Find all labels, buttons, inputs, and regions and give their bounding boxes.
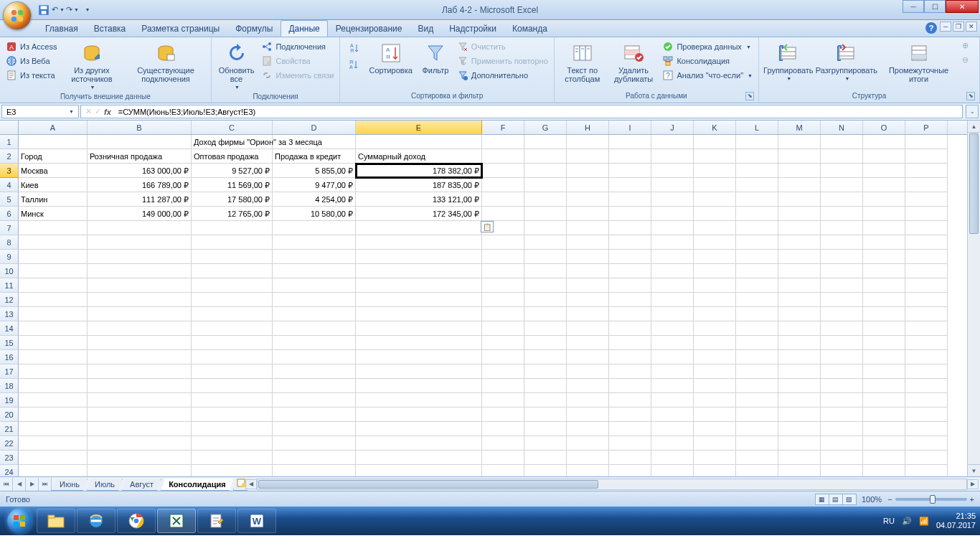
row-header[interactable]: 2 (0, 149, 19, 164)
cell[interactable] (736, 135, 778, 149)
cell[interactable] (905, 235, 948, 250)
taskbar-excel-icon[interactable] (157, 509, 196, 533)
cell[interactable] (736, 178, 778, 192)
cell[interactable] (863, 408, 905, 422)
cell[interactable] (273, 465, 356, 476)
cell[interactable] (651, 307, 694, 321)
cell[interactable] (694, 408, 736, 422)
cell[interactable] (778, 278, 821, 293)
cell[interactable] (736, 422, 778, 436)
cell[interactable] (863, 178, 905, 192)
cell[interactable] (651, 364, 694, 379)
from-other-sources-button[interactable]: Из других источников▼ (61, 40, 122, 91)
page-layout-view-button[interactable]: ▤ (829, 494, 843, 505)
cell[interactable]: 187 835,00 ₽ (356, 178, 482, 192)
cell[interactable] (778, 364, 821, 379)
cell[interactable] (821, 379, 863, 393)
cell[interactable] (482, 149, 524, 164)
cell[interactable] (524, 451, 567, 465)
cell[interactable] (821, 321, 863, 336)
cell[interactable] (88, 250, 192, 264)
row-header[interactable]: 8 (0, 235, 19, 250)
cell[interactable] (694, 350, 736, 364)
cell[interactable] (651, 149, 694, 164)
cell[interactable] (19, 264, 88, 278)
cell[interactable] (821, 436, 863, 451)
cell[interactable] (356, 336, 482, 350)
cell[interactable] (905, 178, 948, 192)
cell[interactable] (736, 336, 778, 350)
cell[interactable] (567, 408, 609, 422)
cell[interactable]: 111 287,00 ₽ (88, 192, 192, 207)
cell[interactable] (651, 436, 694, 451)
cell[interactable] (778, 293, 821, 307)
cell[interactable] (88, 293, 192, 307)
cell[interactable] (19, 235, 88, 250)
cell[interactable] (905, 408, 948, 422)
cell[interactable] (905, 436, 948, 451)
cell[interactable] (778, 465, 821, 476)
cell[interactable] (19, 336, 88, 350)
cell[interactable] (356, 422, 482, 436)
cell[interactable] (609, 393, 651, 408)
cell[interactable] (88, 436, 192, 451)
cell[interactable] (905, 350, 948, 364)
cell[interactable] (192, 350, 273, 364)
cell[interactable] (482, 207, 524, 221)
column-header[interactable]: J (651, 121, 694, 134)
cell[interactable]: Доход фирмы "Орион" за 3 месяца (192, 135, 273, 149)
maximize-button[interactable]: ☐ (924, 0, 946, 13)
cell[interactable]: 163 000,00 ₽ (88, 164, 192, 178)
cell[interactable] (694, 192, 736, 207)
cell[interactable] (736, 149, 778, 164)
cell[interactable] (19, 422, 88, 436)
cell[interactable] (694, 278, 736, 293)
ribbon-tab[interactable]: Команда (504, 20, 555, 37)
cell[interactable]: Таллин (19, 192, 88, 207)
row-header[interactable]: 16 (0, 350, 19, 364)
cell[interactable] (651, 192, 694, 207)
row-header[interactable]: 5 (0, 192, 19, 207)
cell[interactable] (567, 350, 609, 364)
cell[interactable]: 133 121,00 ₽ (356, 192, 482, 207)
cell[interactable] (905, 379, 948, 393)
from-access-button[interactable]: AИз Access (4, 40, 58, 53)
from-web-button[interactable]: Из Веба (4, 55, 58, 67)
autofill-options-icon[interactable]: 📋 (481, 221, 494, 232)
cell[interactable] (356, 135, 482, 149)
cell[interactable] (651, 164, 694, 178)
cell[interactable] (524, 250, 567, 264)
cell[interactable] (736, 350, 778, 364)
cell[interactable] (821, 364, 863, 379)
cell[interactable] (821, 250, 863, 264)
cell[interactable] (821, 422, 863, 436)
cell[interactable] (609, 408, 651, 422)
cell[interactable] (651, 350, 694, 364)
cell[interactable] (905, 336, 948, 350)
cell[interactable] (273, 278, 356, 293)
cell[interactable] (778, 192, 821, 207)
cell[interactable] (524, 207, 567, 221)
row-header[interactable]: 4 (0, 178, 19, 192)
cell[interactable] (821, 393, 863, 408)
cell[interactable] (567, 178, 609, 192)
cell[interactable] (694, 178, 736, 192)
cell[interactable] (524, 379, 567, 393)
cell[interactable] (273, 293, 356, 307)
cell[interactable] (567, 250, 609, 264)
column-header[interactable]: L (736, 121, 778, 134)
chevron-down-icon[interactable]: ▼ (69, 109, 74, 114)
select-all-button[interactable] (0, 121, 19, 134)
cell[interactable] (482, 364, 524, 379)
sheet-tab[interactable]: Консолидация (161, 479, 233, 491)
cell[interactable] (821, 221, 863, 235)
cell[interactable] (192, 321, 273, 336)
cell[interactable] (651, 264, 694, 278)
row-header[interactable]: 1 (0, 135, 19, 149)
row-header[interactable]: 10 (0, 264, 19, 278)
cell[interactable] (905, 250, 948, 264)
vertical-scrollbar[interactable]: ▲ ▼ (967, 121, 980, 476)
cell[interactable] (694, 307, 736, 321)
cell[interactable] (273, 336, 356, 350)
row-header[interactable]: 13 (0, 307, 19, 321)
